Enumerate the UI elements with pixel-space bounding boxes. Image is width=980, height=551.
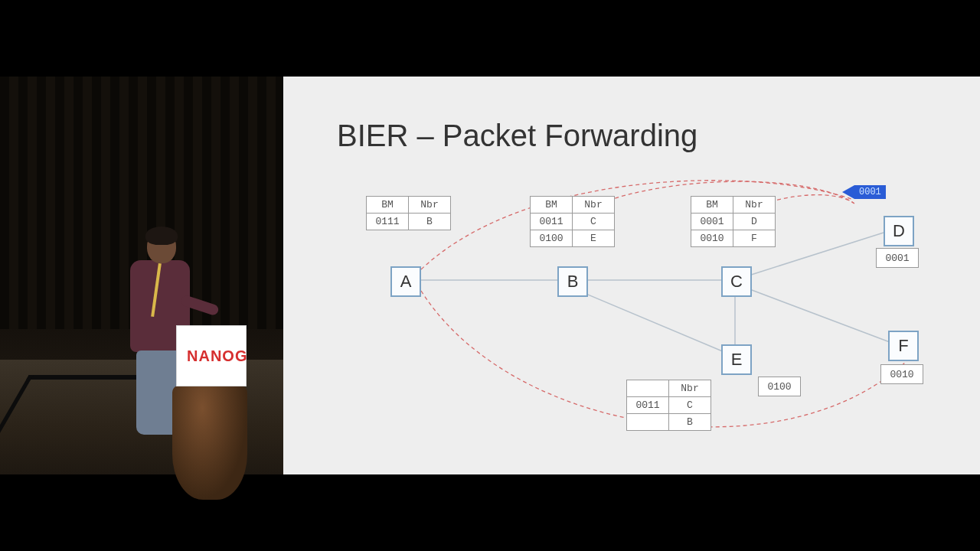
table-A: BMNbr 0111B	[366, 196, 451, 230]
packet-label: 0001	[854, 185, 886, 199]
node-C: C	[721, 266, 752, 297]
podium	[172, 385, 247, 500]
svg-line-5	[579, 291, 724, 352]
arrow-left-icon	[842, 185, 854, 199]
node-E: E	[721, 344, 752, 375]
slide: BIER – Packet Forwarding BMNbr 0111B BMN…	[283, 77, 980, 474]
table-C: BMNbr 0001D 0010F	[691, 196, 776, 247]
table-B: BMNbr 0011C 0100E	[530, 196, 615, 247]
podium-logo: NANOG	[187, 347, 247, 365]
packet-arrow: 0001	[842, 185, 886, 199]
node-D: D	[884, 216, 914, 246]
slide-title: BIER – Packet Forwarding	[337, 119, 697, 153]
bit-E: 0100	[758, 377, 801, 396]
bit-D: 0001	[876, 248, 919, 268]
svg-line-3	[746, 288, 896, 344]
node-F: F	[888, 331, 919, 361]
bit-F: 0010	[880, 364, 923, 384]
node-A: A	[390, 266, 421, 297]
node-B: B	[557, 266, 588, 297]
camera-left-pane: NANOG	[0, 77, 283, 474]
table-E: Nbr 0011C B	[626, 380, 711, 431]
